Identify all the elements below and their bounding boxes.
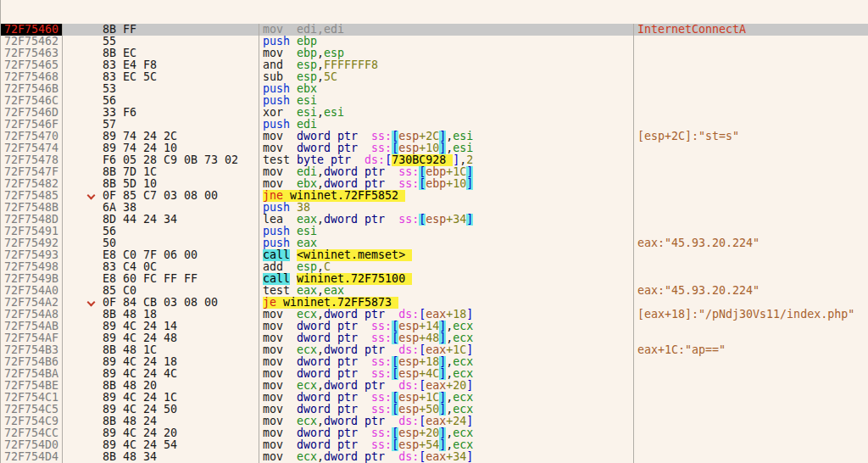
disasm-row[interactable]: 72F754A88B 48 18mov ecx,dword ptr ds:[ea… [1, 309, 868, 321]
disasm-token: eax [297, 285, 317, 297]
disasm-token: , [317, 166, 324, 178]
disasm-row[interactable]: 72F754B38B 48 1Cmov ecx,dword ptr ds:[ea… [1, 344, 868, 356]
disasm-token: esp [426, 214, 446, 226]
instruction-address: 72F75474 [1, 142, 63, 154]
disasm-token: +18 [419, 356, 439, 368]
instruction-bytes: 89 74 24 2C [63, 131, 259, 142]
disasm-token: , [317, 380, 324, 392]
disasm-token: C [324, 261, 331, 273]
disasm-row[interactable]: 72F7546F57push edi [1, 119, 868, 131]
instruction-address: 72F7547F [1, 166, 63, 178]
disasm-token: [ [392, 392, 398, 404]
disasm-token: dword ptr [324, 451, 385, 463]
disasm-token [358, 368, 371, 380]
disasm-token: , [317, 47, 324, 59]
disasm-row[interactable]: 72F7548D8D 44 24 34lea eax,dword ptr ss:… [1, 214, 868, 226]
disasm-token: ss: [398, 178, 419, 190]
disasm-row[interactable]: 72F754A085 C0test eax,eaxeax:"45.93.20.2… [1, 285, 868, 297]
disasm-row[interactable]: 72F754608B FFmov edi,ediInternetConnectA [1, 24, 868, 36]
disasm-row[interactable]: 72F754638B ECmov ebp,esp [1, 47, 868, 59]
disasm-token: +24 [446, 416, 466, 427]
instruction-bytes: 85 C0 [63, 285, 259, 297]
disasm-row[interactable]: 72F754CC89 4C 24 20mov dword ptr ss:[esp… [1, 427, 868, 439]
instruction-bytes: 89 4C 24 54 [63, 439, 259, 451]
disasm-token [358, 321, 371, 332]
disasm-token: sub [263, 71, 297, 83]
disasm-token: [ [419, 451, 426, 463]
disasm-row[interactable]: 72F7549250push eaxeax:"45.93.20.224" [1, 237, 868, 249]
disasm-row[interactable]: 72F754B689 4C 24 18mov dword ptr ss:[esp… [1, 356, 868, 368]
disasm-row[interactable]: 72F754BE8B 48 20mov ecx,dword ptr ds:[ea… [1, 380, 868, 392]
disasm-token: ebp [426, 166, 446, 178]
disasm-row[interactable]: 72F7549156push esi [1, 226, 868, 237]
disasm-token: ecx [453, 332, 473, 344]
disasm-row[interactable]: 72F754850F 85 C7 03 08 00jne wininet.72F… [1, 190, 868, 202]
disasm-row[interactable]: 72F754828B 5D 10mov ebx,dword ptr ss:[eb… [1, 178, 868, 190]
disasm-row[interactable]: 72F75478F6 05 28 C9 0B 73 02test byte pt… [1, 154, 868, 166]
instruction-disassembly: mov dword ptr ss:[esp+20],ecx [259, 427, 634, 439]
disasm-row[interactable]: 72F7547F8B 7D 1Cmov edi,dword ptr ss:[eb… [1, 166, 868, 178]
disasm-row[interactable]: 72F7546883 EC 5Csub esp,5C [1, 71, 868, 83]
disasm-row[interactable]: 72F754D089 4C 24 54mov dword ptr ss:[esp… [1, 439, 868, 451]
disasm-token: +2C [419, 131, 439, 142]
instruction-address: 72F75470 [1, 131, 63, 142]
disasm-row[interactable]: 72F754BA89 4C 24 4Cmov dword ptr ss:[esp… [1, 368, 868, 380]
disasm-row[interactable]: 72F754C98B 48 24mov ecx,dword ptr ds:[ea… [1, 416, 868, 427]
disasm-token: [ [392, 356, 398, 368]
instruction-bytes: 6A 38 [63, 202, 259, 214]
instruction-comment [634, 249, 868, 261]
disasm-row[interactable]: 72F7546D33 F6xor esi,esi [1, 107, 868, 119]
disasm-token: mov edi,edi [263, 24, 344, 36]
disasm-token: ss: [398, 166, 419, 178]
disasm-row[interactable]: 72F754A20F 84 CB 03 08 00je wininet.72FF… [1, 297, 868, 309]
disasm-token: , [317, 107, 324, 119]
disasm-row[interactable]: 72F7547089 74 24 2Cmov dword ptr ss:[esp… [1, 131, 868, 142]
disasm-row[interactable]: 72F754D48B 48 34mov ecx,dword ptr ds:[ea… [1, 451, 868, 463]
disasm-token: eax [324, 285, 344, 297]
disasm-token: ebp [297, 47, 317, 59]
disasm-row[interactable]: 72F7549883 C4 0Cadd esp,C [1, 261, 868, 273]
instruction-comment [634, 416, 868, 427]
disasm-token: ecx [453, 321, 473, 332]
disasm-row[interactable]: 72F754C589 4C 24 50mov dword ptr ss:[esp… [1, 404, 868, 416]
disasm-token: eax [297, 237, 317, 249]
disasm-token: mov [263, 178, 297, 190]
instruction-bytes: 83 C4 0C [63, 261, 259, 273]
instruction-disassembly: mov edi,dword ptr ss:[ebp+1C] [259, 166, 634, 178]
instruction-comment: eax:"45.93.20.224" [634, 285, 868, 297]
instruction-disassembly: jne wininet.72FF5852 [259, 190, 634, 202]
disasm-token: esp [398, 392, 419, 404]
disasm-token: eax [426, 416, 446, 427]
disasm-token: eax [297, 214, 317, 226]
instruction-disassembly: lea eax,dword ptr ss:[esp+34] [259, 214, 634, 226]
disasm-row[interactable]: 72F7546C56push esi [1, 95, 868, 107]
disasm-token: , [317, 261, 324, 273]
disasm-row[interactable]: 72F7546583 E4 F8and esp,FFFFFFF8 [1, 59, 868, 71]
disasm-row[interactable]: 72F75493E8 C0 7F 06 00call <wininet.mems… [1, 249, 868, 261]
disasm-token: esi [453, 131, 473, 142]
disasm-token [290, 249, 297, 261]
instruction-address: 72F754B6 [1, 356, 63, 368]
disasm-token: +10 [446, 178, 466, 190]
disasm-row[interactable]: 72F7548B6A 38push 38 [1, 202, 868, 214]
disasm-token: , [317, 214, 324, 226]
disasm-row[interactable]: 72F7547489 74 24 10mov dword ptr ss:[esp… [1, 142, 868, 154]
disasm-token [358, 404, 371, 416]
instruction-comment: [eax+18]:"/pNdj30Vs11/index.php" [634, 309, 868, 321]
disasm-row[interactable]: 72F7546B53push ebx [1, 83, 868, 95]
instruction-comment [634, 95, 868, 107]
disasm-row[interactable]: 72F754AB89 4C 24 14mov dword ptr ss:[esp… [1, 321, 868, 332]
disasm-row[interactable]: 72F754C189 4C 24 1Cmov dword ptr ss:[esp… [1, 392, 868, 404]
instruction-address: 72F75468 [1, 71, 63, 83]
disasm-row[interactable]: 72F7549BE8 60 FC FF FFcall wininet.72F75… [1, 273, 868, 285]
disasm-row[interactable]: 72F7546255push ebp [1, 36, 868, 47]
disasm-token: ] [466, 380, 473, 392]
disasm-token: esp [324, 47, 344, 59]
instruction-disassembly: push ebp [259, 36, 634, 47]
disasm-token [358, 131, 371, 142]
disasm-token: ss: [371, 356, 392, 368]
disasm-row[interactable]: 72F754AF89 4C 24 48mov dword ptr ss:[esp… [1, 332, 868, 344]
instruction-address: 72F754B3 [1, 344, 63, 356]
instruction-address: 72F754D0 [1, 439, 63, 451]
instruction-disassembly: mov dword ptr ss:[esp+4C],ecx [259, 368, 634, 380]
